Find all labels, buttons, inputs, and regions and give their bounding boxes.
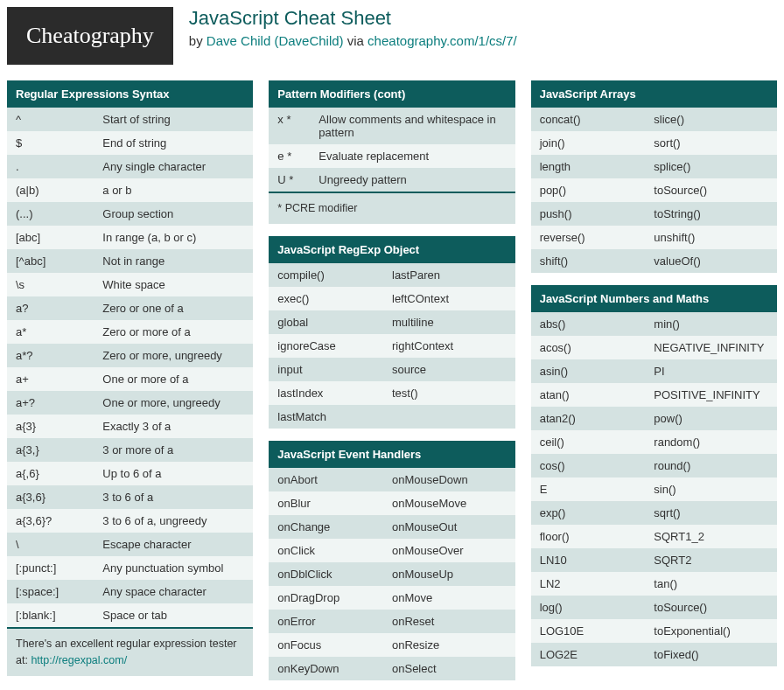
table-row: atan()POSITIVE_INFINITY (531, 383, 777, 407)
table-row: globalmultiline (269, 310, 514, 334)
cell: test() (392, 387, 507, 400)
cell: compile() (277, 268, 392, 282)
table-row: onKeyDownonSelect (269, 657, 514, 680)
table-row: e *Evaluate replacement (269, 144, 514, 168)
cell: a+ (16, 373, 102, 386)
cell: Group section (102, 207, 244, 220)
cell: onChange (277, 520, 392, 533)
page-header: Cheatography JavaScript Cheat Sheet by D… (7, 7, 777, 65)
table-row: ignoreCaserightContext (269, 334, 514, 358)
table-row: atan2()pow() (531, 407, 777, 430)
cell: Up to 6 of a (102, 467, 244, 480)
cell: leftCOntext (392, 292, 507, 305)
cell: [:blank:] (16, 609, 102, 622)
table-row: onErroronReset (269, 610, 514, 633)
cell: 3 or more of a (102, 443, 244, 457)
cell: ignoreCase (277, 339, 392, 352)
cell: lastIndex (277, 387, 392, 400)
cell: onClick (277, 544, 392, 557)
table-row: a{3}Exactly 3 of a (7, 415, 253, 438)
cell: toSource() (654, 601, 768, 614)
table-row: cos()round() (531, 454, 777, 477)
via-link[interactable]: cheatography.com/1/cs/7/ (368, 33, 517, 48)
table-row: [:blank:]Space or tab (7, 603, 253, 627)
cell: LN2 (540, 577, 654, 590)
cell: a{3,} (16, 443, 102, 457)
cell: toString() (654, 207, 768, 220)
cell: atan2() (540, 412, 654, 425)
table-row: lastIndextest() (269, 381, 514, 405)
table-row: exp()sqrt() (531, 501, 777, 525)
cell: splice() (654, 160, 768, 173)
cell: onMouseMove (392, 497, 507, 510)
cell: a{3} (16, 420, 102, 433)
panel-footnote: * PCRE modifier (269, 192, 514, 224)
cell: sort() (654, 136, 768, 150)
table-row: log()toSource() (531, 596, 777, 619)
cell: Exactly 3 of a (102, 420, 244, 433)
panel-regexp-object: JavaScript RegExp Object compile()lastPa… (269, 236, 514, 429)
cell: reverse() (540, 231, 654, 244)
cell: SQRT2 (654, 554, 768, 567)
cell: onMouseUp (392, 568, 507, 581)
cell: pop() (540, 184, 654, 197)
cell: onError (277, 615, 392, 628)
cell: tan() (654, 577, 768, 590)
panel-header: Regular Expressions Syntax (7, 80, 253, 108)
table-row: ^Start of string (7, 108, 253, 131)
panel-numbers-maths: JavaScript Numbers and Maths abs()min()a… (531, 285, 777, 666)
cell: onMouseOver (392, 544, 507, 557)
table-row: reverse()unshift() (531, 226, 777, 249)
cell: One or more of a (102, 373, 244, 386)
author-link[interactable]: Dave Child (DaveChild) (206, 33, 344, 48)
cell: onMouseOut (392, 520, 507, 533)
panel-footnote: There's an excellent regular expression … (7, 627, 253, 676)
table-row: LOG2EtoFixed() (531, 643, 777, 666)
page-title: JavaScript Cheat Sheet (189, 7, 517, 30)
cell: Evaluate replacement (318, 150, 506, 163)
table-row: LOG10EtoExponential() (531, 619, 777, 643)
cell: a*? (16, 349, 102, 362)
rows: x *Allow comments and whitespace in patt… (269, 108, 514, 192)
cell: 3 to 6 of a, ungreedy (102, 514, 244, 527)
cell: a* (16, 325, 102, 338)
table-row: concat()slice() (531, 108, 777, 131)
panel-event-handlers: JavaScript Event Handlers onAbortonMouse… (269, 441, 514, 680)
cell: onKeyDown (277, 662, 392, 675)
table-row: U *Ungreedy pattern (269, 168, 514, 192)
cell: Start of string (102, 113, 244, 126)
panel-header: JavaScript Arrays (531, 80, 777, 108)
table-row: \Escape character (7, 533, 253, 556)
cell: Not in range (102, 254, 244, 268)
cell: onDragDrop (277, 591, 392, 604)
cell: [:punct:] (16, 561, 102, 575)
cell: [abc] (16, 231, 102, 244)
panel-header: JavaScript RegExp Object (269, 236, 514, 263)
cell: concat() (540, 113, 654, 126)
cell: ^ (16, 113, 102, 126)
cell: \ (16, 538, 102, 551)
cell: toFixed() (654, 648, 768, 661)
cell: Zero or one of a (102, 302, 244, 315)
cell: onDblClick (277, 568, 392, 581)
cell: a{3,6}? (16, 514, 102, 527)
table-row: pop()toSource() (531, 178, 777, 202)
table-row: acos()NEGATIVE_INFINITY (531, 336, 777, 359)
table-row: a*?Zero or more, ungreedy (7, 344, 253, 367)
cell: shift() (540, 254, 654, 268)
table-row: a+?One or more, ungreedy (7, 391, 253, 415)
footnote-link[interactable]: http://regexpal.com/ (31, 654, 127, 666)
cell: a+? (16, 396, 102, 409)
cell: End of string (102, 136, 244, 150)
cell: rightContext (392, 339, 507, 352)
cell: Space or tab (102, 609, 244, 622)
cell: a{3,6} (16, 491, 102, 504)
table-row: abs()min() (531, 312, 777, 336)
table-row: inputsource (269, 358, 514, 381)
cell: onBlur (277, 497, 392, 510)
panel-pattern-modifiers: Pattern Modifiers (cont) x *Allow commen… (269, 80, 514, 224)
by-prefix: by (189, 33, 206, 48)
table-row: [:punct:]Any punctuation symbol (7, 556, 253, 580)
cell: . (16, 160, 102, 173)
cell: POSITIVE_INFINITY (654, 388, 768, 401)
